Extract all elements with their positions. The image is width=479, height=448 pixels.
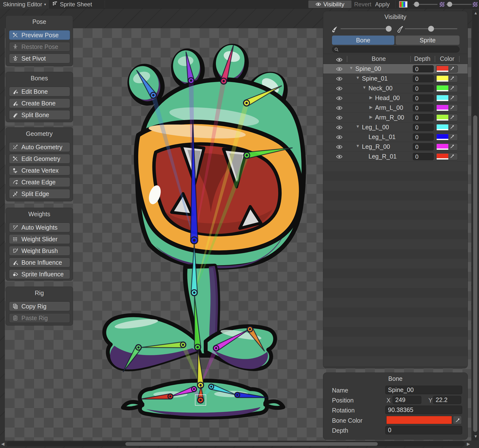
eyedropper-icon[interactable] [450,125,454,130]
depth-field[interactable]: 0 [413,85,434,92]
color-swatch[interactable] [437,115,448,121]
eyedropper-icon[interactable] [450,105,454,111]
eyedropper-icon[interactable] [450,76,454,81]
eyedropper-icon[interactable] [450,86,454,91]
eye-icon[interactable] [336,135,343,140]
auto-geometry-button[interactable]: Auto Geometry [9,142,70,152]
vertical-scrollbar-thumb[interactable] [473,115,477,432]
column-depth[interactable]: Depth [414,55,431,62]
color-cell[interactable] [436,133,458,141]
eye-icon[interactable] [336,96,343,102]
color-cell[interactable] [436,94,458,102]
expander-icon[interactable]: ▼ [355,75,360,80]
color-cell[interactable] [436,65,458,73]
expander-icon[interactable]: ▶ [368,95,374,100]
copy-rig-button[interactable]: Copy Rig [9,301,70,311]
depth-field[interactable]: 0 [413,124,434,131]
eye-icon[interactable] [336,145,343,150]
depth-field[interactable]: 0 [413,133,434,141]
rotation-field[interactable] [385,406,462,414]
toolbar-slider-2-knob[interactable] [447,2,452,7]
color-bars-icon[interactable] [399,1,407,8]
eyedropper-icon[interactable] [450,144,454,149]
eye-icon[interactable] [336,154,343,160]
color-cell[interactable] [436,143,458,150]
eyedropper-icon[interactable] [450,154,454,159]
bone-row-Arm_R_00[interactable]: ▶Arm_R_000 [323,113,468,122]
toolbar-slider-1-knob[interactable] [414,2,419,7]
color-swatch[interactable] [437,105,448,111]
column-bone[interactable]: Bone [372,55,386,62]
color-swatch[interactable] [437,66,448,72]
eyedropper-icon[interactable] [450,134,454,140]
depth-field[interactable]: 0 [413,104,434,112]
tab-bone[interactable]: Bone [332,36,394,45]
bone-row-Leg_R_01[interactable]: Leg_R_010 [323,152,468,161]
sprite-opacity-knob[interactable] [428,26,434,32]
restore-pose-button[interactable]: Restore Pose [9,42,70,52]
bone-row-Spine_01[interactable]: ▼Spine_010 [323,74,468,84]
color-cell[interactable] [436,124,458,131]
bone-row-Leg_L_00[interactable]: ▼Leg_L_000 [323,122,468,132]
search-box[interactable] [332,46,460,53]
bone-opacity-slider[interactable] [341,28,391,29]
set-pivot-button[interactable]: Set Pivot [9,54,70,63]
color-swatch[interactable] [437,95,448,101]
apply-button[interactable]: Apply [375,0,390,9]
expander-icon[interactable]: ▼ [355,144,360,149]
depth-field[interactable]: 0 [413,114,434,121]
bone-row-Neck_00[interactable]: ▼Neck_000 [323,84,468,93]
color-swatch[interactable] [437,85,448,91]
eyedropper-icon[interactable] [450,66,454,72]
expander-icon[interactable]: ▶ [368,114,374,120]
color-cell[interactable] [436,114,458,121]
position-x-field[interactable] [393,396,421,404]
create-edge-button[interactable]: Create Edge [9,177,70,187]
scroll-up-icon[interactable]: ▲ [474,11,478,16]
depth-field[interactable]: 0 [413,65,434,73]
weight-brush-button[interactable]: Weight Brush [9,246,70,256]
depth-field[interactable]: 0 [413,94,434,102]
color-cell[interactable] [436,85,458,92]
eyedropper-icon[interactable] [450,115,454,120]
color-cell[interactable] [436,104,458,112]
bone-color-swatch[interactable] [386,416,452,424]
color-swatch[interactable] [437,134,448,140]
scroll-left-icon[interactable]: ◀ [1,441,4,447]
eyedropper-icon[interactable] [450,95,454,101]
bone-row-Head_00[interactable]: ▶Head_000 [323,93,468,103]
weight-slider-button[interactable]: Weight Slider [9,234,70,244]
name-field[interactable] [385,386,462,394]
bone-influence-button[interactable]: Bone Influence [9,258,70,267]
column-color[interactable]: Color [440,55,454,62]
depth-field[interactable] [385,426,462,434]
eyedropper-button[interactable] [453,416,462,424]
search-input[interactable] [341,46,457,52]
eye-icon[interactable] [336,106,343,111]
eye-icon[interactable] [336,67,343,72]
horizontal-scrollbar-thumb[interactable] [125,442,378,446]
eye-icon[interactable] [336,115,343,121]
expander-icon[interactable]: ▶ [368,105,374,110]
create-bone-button[interactable]: Create Bone [9,98,70,108]
tab-sprite[interactable]: Sprite [396,36,460,45]
scroll-right-icon[interactable]: ▶ [467,441,470,447]
bone-opacity-knob[interactable] [386,26,392,32]
split-edge-button[interactable]: Split Edge [9,189,70,199]
eye-icon[interactable] [336,86,343,92]
bone-row-Arm_L_00[interactable]: ▶Arm_L_000 [323,103,468,113]
sprite-sheet-button[interactable]: Sprite Sheet [52,0,92,9]
bone-row-Leg_R_00[interactable]: ▼Leg_R_000 [323,142,468,152]
paste-rig-button[interactable]: Paste Rig [9,313,70,323]
scroll-down-icon[interactable]: ▼ [474,434,478,439]
split-bone-button[interactable]: Split Bone [9,110,70,120]
color-swatch[interactable] [437,124,448,130]
depth-field[interactable]: 0 [413,75,434,82]
color-cell[interactable] [436,153,458,160]
eye-column-icon[interactable] [336,56,343,64]
expander-icon[interactable]: ▼ [362,85,367,90]
color-cell[interactable] [436,75,458,82]
eye-icon[interactable] [336,125,343,131]
depth-field[interactable]: 0 [413,143,434,150]
color-swatch[interactable] [437,144,448,150]
